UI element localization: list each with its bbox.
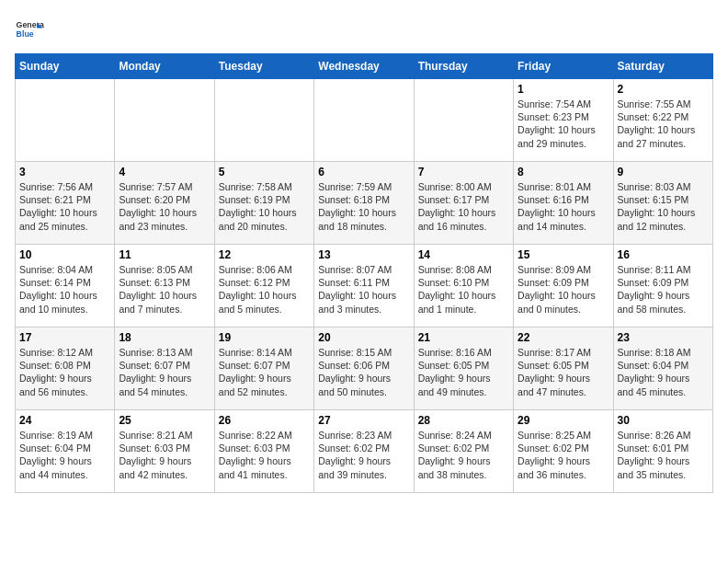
day-number: 4	[119, 166, 210, 178]
day-number: 16	[618, 248, 709, 261]
day-number: 25	[119, 414, 210, 427]
day-number: 9	[618, 166, 709, 178]
calendar-cell: 3Sunrise: 7:56 AM Sunset: 6:21 PM Daylig…	[16, 162, 115, 245]
calendar-body: 1Sunrise: 7:54 AM Sunset: 6:23 PM Daylig…	[16, 79, 713, 493]
calendar-table: SundayMondayTuesdayWednesdayThursdayFrid…	[15, 53, 713, 493]
logo-icon: General Blue	[15, 15, 44, 44]
calendar-cell: 13Sunrise: 8:07 AM Sunset: 6:11 PM Dayli…	[314, 245, 414, 327]
day-info: Sunrise: 8:04 AM Sunset: 6:14 PM Dayligh…	[19, 263, 110, 316]
day-info: Sunrise: 8:11 AM Sunset: 6:09 PM Dayligh…	[618, 263, 709, 316]
day-number: 2	[618, 83, 709, 96]
calendar-cell: 29Sunrise: 8:25 AM Sunset: 6:02 PM Dayli…	[514, 410, 613, 493]
day-number: 3	[19, 166, 110, 178]
calendar-cell: 27Sunrise: 8:23 AM Sunset: 6:02 PM Dayli…	[314, 410, 414, 493]
day-info: Sunrise: 8:21 AM Sunset: 6:03 PM Dayligh…	[119, 429, 210, 481]
weekday-header-tuesday: Tuesday	[214, 54, 313, 79]
day-info: Sunrise: 8:16 AM Sunset: 6:05 PM Dayligh…	[418, 346, 509, 398]
calendar-cell: 21Sunrise: 8:16 AM Sunset: 6:05 PM Dayli…	[414, 327, 513, 410]
day-info: Sunrise: 8:26 AM Sunset: 6:01 PM Dayligh…	[618, 429, 709, 481]
day-info: Sunrise: 8:15 AM Sunset: 6:06 PM Dayligh…	[318, 346, 409, 398]
calendar-cell	[115, 79, 214, 162]
day-info: Sunrise: 8:09 AM Sunset: 6:09 PM Dayligh…	[518, 263, 609, 316]
day-number: 15	[518, 248, 609, 261]
day-info: Sunrise: 8:13 AM Sunset: 6:07 PM Dayligh…	[119, 346, 210, 398]
calendar-cell: 30Sunrise: 8:26 AM Sunset: 6:01 PM Dayli…	[613, 410, 712, 493]
day-info: Sunrise: 8:14 AM Sunset: 6:07 PM Dayligh…	[219, 346, 310, 398]
calendar-week-5: 24Sunrise: 8:19 AM Sunset: 6:04 PM Dayli…	[16, 410, 713, 493]
calendar-cell: 19Sunrise: 8:14 AM Sunset: 6:07 PM Dayli…	[214, 327, 313, 410]
weekday-header-friday: Friday	[514, 54, 613, 79]
day-info: Sunrise: 8:23 AM Sunset: 6:02 PM Dayligh…	[318, 429, 409, 481]
day-info: Sunrise: 8:05 AM Sunset: 6:13 PM Dayligh…	[119, 263, 210, 316]
calendar-cell: 22Sunrise: 8:17 AM Sunset: 6:05 PM Dayli…	[514, 327, 613, 410]
day-number: 11	[119, 248, 210, 261]
calendar-cell: 20Sunrise: 8:15 AM Sunset: 6:06 PM Dayli…	[314, 327, 414, 410]
calendar-cell: 17Sunrise: 8:12 AM Sunset: 6:08 PM Dayli…	[16, 327, 115, 410]
calendar-cell: 16Sunrise: 8:11 AM Sunset: 6:09 PM Dayli…	[613, 245, 712, 327]
calendar-week-1: 1Sunrise: 7:54 AM Sunset: 6:23 PM Daylig…	[16, 79, 713, 162]
day-info: Sunrise: 7:54 AM Sunset: 6:23 PM Dayligh…	[518, 98, 609, 150]
calendar-cell: 14Sunrise: 8:08 AM Sunset: 6:10 PM Dayli…	[414, 245, 513, 327]
day-info: Sunrise: 8:19 AM Sunset: 6:04 PM Dayligh…	[19, 429, 110, 481]
day-number: 7	[418, 166, 509, 178]
day-number: 27	[318, 414, 409, 427]
day-number: 19	[219, 331, 310, 344]
svg-text:Blue: Blue	[17, 29, 34, 39]
day-info: Sunrise: 7:58 AM Sunset: 6:19 PM Dayligh…	[219, 180, 310, 233]
day-number: 20	[318, 331, 409, 344]
day-number: 17	[19, 331, 110, 344]
day-info: Sunrise: 7:56 AM Sunset: 6:21 PM Dayligh…	[19, 180, 110, 233]
calendar-cell: 24Sunrise: 8:19 AM Sunset: 6:04 PM Dayli…	[16, 410, 115, 493]
logo: General Blue	[15, 15, 44, 44]
calendar-cell: 9Sunrise: 8:03 AM Sunset: 6:15 PM Daylig…	[613, 162, 712, 245]
calendar-cell	[16, 79, 115, 162]
calendar-week-3: 10Sunrise: 8:04 AM Sunset: 6:14 PM Dayli…	[16, 245, 713, 327]
day-number: 13	[318, 248, 409, 261]
weekday-header-saturday: Saturday	[613, 54, 712, 79]
day-number: 14	[418, 248, 509, 261]
day-number: 23	[618, 331, 709, 344]
day-number: 12	[219, 248, 310, 261]
day-info: Sunrise: 8:06 AM Sunset: 6:12 PM Dayligh…	[219, 263, 310, 316]
calendar-cell: 1Sunrise: 7:54 AM Sunset: 6:23 PM Daylig…	[514, 79, 613, 162]
day-number: 26	[219, 414, 310, 427]
calendar-cell: 4Sunrise: 7:57 AM Sunset: 6:20 PM Daylig…	[115, 162, 214, 245]
calendar-cell: 7Sunrise: 8:00 AM Sunset: 6:17 PM Daylig…	[414, 162, 513, 245]
day-number: 21	[418, 331, 509, 344]
calendar-cell	[314, 79, 414, 162]
day-info: Sunrise: 8:24 AM Sunset: 6:02 PM Dayligh…	[418, 429, 509, 481]
day-number: 28	[418, 414, 509, 427]
weekday-header-monday: Monday	[115, 54, 214, 79]
calendar-cell	[414, 79, 513, 162]
calendar-cell	[214, 79, 313, 162]
weekday-header-thursday: Thursday	[414, 54, 513, 79]
day-number: 30	[618, 414, 709, 427]
page-header: General Blue	[15, 15, 713, 44]
day-number: 5	[219, 166, 310, 178]
calendar-week-4: 17Sunrise: 8:12 AM Sunset: 6:08 PM Dayli…	[16, 327, 713, 410]
day-number: 29	[518, 414, 609, 427]
calendar-cell: 18Sunrise: 8:13 AM Sunset: 6:07 PM Dayli…	[115, 327, 214, 410]
day-info: Sunrise: 7:57 AM Sunset: 6:20 PM Dayligh…	[119, 180, 210, 233]
calendar-week-2: 3Sunrise: 7:56 AM Sunset: 6:21 PM Daylig…	[16, 162, 713, 245]
calendar-cell: 8Sunrise: 8:01 AM Sunset: 6:16 PM Daylig…	[514, 162, 613, 245]
day-number: 8	[518, 166, 609, 178]
calendar-cell: 2Sunrise: 7:55 AM Sunset: 6:22 PM Daylig…	[613, 79, 712, 162]
day-info: Sunrise: 8:18 AM Sunset: 6:04 PM Dayligh…	[618, 346, 709, 398]
day-info: Sunrise: 8:22 AM Sunset: 6:03 PM Dayligh…	[219, 429, 310, 481]
day-number: 1	[518, 83, 609, 96]
day-number: 10	[19, 248, 110, 261]
day-info: Sunrise: 8:17 AM Sunset: 6:05 PM Dayligh…	[518, 346, 609, 398]
day-info: Sunrise: 8:08 AM Sunset: 6:10 PM Dayligh…	[418, 263, 509, 316]
weekday-header-wednesday: Wednesday	[314, 54, 414, 79]
calendar-cell: 28Sunrise: 8:24 AM Sunset: 6:02 PM Dayli…	[414, 410, 513, 493]
day-info: Sunrise: 7:59 AM Sunset: 6:18 PM Dayligh…	[318, 180, 409, 233]
day-info: Sunrise: 8:25 AM Sunset: 6:02 PM Dayligh…	[518, 429, 609, 481]
weekday-header-sunday: Sunday	[16, 54, 115, 79]
calendar-cell: 12Sunrise: 8:06 AM Sunset: 6:12 PM Dayli…	[214, 245, 313, 327]
calendar-cell: 11Sunrise: 8:05 AM Sunset: 6:13 PM Dayli…	[115, 245, 214, 327]
day-info: Sunrise: 8:00 AM Sunset: 6:17 PM Dayligh…	[418, 180, 509, 233]
calendar-cell: 15Sunrise: 8:09 AM Sunset: 6:09 PM Dayli…	[514, 245, 613, 327]
day-number: 24	[19, 414, 110, 427]
day-info: Sunrise: 8:07 AM Sunset: 6:11 PM Dayligh…	[318, 263, 409, 316]
